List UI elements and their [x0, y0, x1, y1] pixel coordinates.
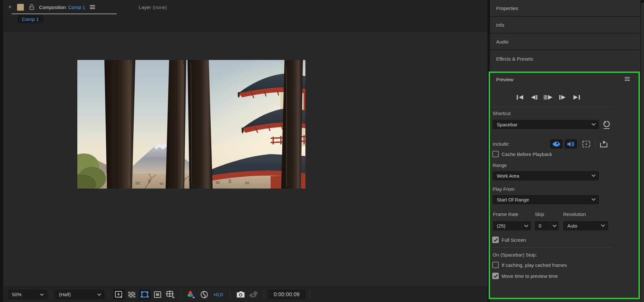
divider [493, 107, 612, 107]
play-from-dropdown[interactable]: Start Of Range [493, 195, 599, 204]
close-panel-icon[interactable]: × [8, 4, 11, 10]
play-on-device-icon[interactable] [598, 139, 610, 149]
preview-image [77, 60, 305, 189]
snapshot-icon[interactable] [235, 289, 246, 300]
preview-panel-title[interactable]: Preview [496, 77, 513, 82]
full-screen-checkbox[interactable]: Full Screen [492, 237, 526, 243]
include-audio-icon[interactable] [565, 139, 577, 149]
preview-panel-highlight: Preview [489, 72, 640, 299]
exposure-icon[interactable] [198, 289, 210, 300]
composition-panel: × Composition Comp 1 Layer [3, 0, 487, 302]
on-stop-label: On (Spacebar) Stop: [493, 252, 537, 258]
reset-shortcut-icon[interactable] [602, 120, 611, 130]
chevron-down-icon [591, 174, 596, 177]
checkbox-label: Full Screen [502, 237, 526, 243]
include-video-eye-icon[interactable] [550, 139, 562, 149]
chevron-down-icon [601, 224, 605, 227]
chevron-down-icon [591, 123, 596, 126]
resolution-dropdown-preview[interactable]: Auto [563, 221, 608, 230]
resolution-dropdown[interactable]: (Half) [55, 290, 104, 299]
panel-color-swatch [17, 4, 24, 11]
panel-tab-properties[interactable]: Properties [490, 0, 640, 17]
unlock-icon[interactable] [29, 4, 34, 10]
panel-tab-effects-presets[interactable]: Effects & Presets [490, 50, 640, 67]
separator [51, 290, 51, 299]
play-button[interactable] [543, 94, 553, 101]
composition-viewer[interactable] [3, 32, 487, 287]
skip-dropdown-button[interactable] [550, 221, 559, 230]
panel-tab-audio[interactable]: Audio [490, 34, 640, 50]
mask-visibility-icon[interactable] [139, 289, 150, 300]
right-dock: Properties Info Audio Effects & Presets … [490, 0, 640, 302]
transport-controls [515, 94, 582, 101]
separator [309, 290, 310, 299]
magnification-dropdown[interactable]: 50% [8, 290, 47, 299]
fast-previews-icon[interactable] [113, 289, 125, 300]
adjacent-panel-edge[interactable] [641, 3, 644, 302]
play-from-label: Play From [493, 186, 514, 192]
transparency-grid-icon[interactable] [126, 289, 138, 300]
comp-quick-tab[interactable]: Comp 1 [17, 15, 43, 23]
first-frame-button[interactable] [515, 94, 525, 101]
tab-composition-label[interactable]: Composition [39, 5, 66, 10]
next-frame-button[interactable] [558, 94, 567, 101]
divider [493, 247, 612, 248]
shortcut-label: Shortcut [493, 111, 511, 116]
frame-rate-label: Frame Rate [493, 211, 518, 217]
active-tab-underline [12, 14, 117, 14]
resolution-label: Resolution [563, 211, 586, 217]
tab-layer[interactable]: Layer (none) [139, 0, 167, 14]
chevron-down-icon [591, 198, 596, 201]
range-label: Range [493, 162, 507, 168]
separator [108, 290, 109, 299]
viewer-toolbar: 50% (Half) [3, 287, 487, 302]
grid-guides-icon[interactable] [165, 289, 176, 300]
after-effects-window: × Composition Comp 1 Layer [0, 0, 644, 302]
separator [595, 139, 595, 149]
frame-rate-dropdown-button[interactable] [521, 221, 531, 230]
viewer-tab-strip: × Composition Comp 1 Layer [3, 0, 487, 32]
channels-icon[interactable] [186, 289, 197, 300]
separator [181, 290, 181, 299]
separator [230, 290, 230, 299]
chevron-down-icon [97, 293, 101, 296]
skip-label: Skip [535, 211, 544, 217]
resolution-value: (Half) [59, 292, 71, 297]
include-overlays-icon[interactable] [580, 139, 592, 149]
skip-field[interactable]: 0 [535, 221, 550, 230]
magnification-value: 50% [12, 292, 22, 297]
checkbox-label: If caching, play cached frames [502, 262, 567, 268]
shortcut-value: Spacebar [497, 122, 517, 127]
region-of-interest-icon[interactable] [152, 289, 163, 300]
preview-panel: Preview [490, 73, 639, 298]
include-label: Include: [493, 141, 510, 147]
panel-tab-info[interactable]: Info [490, 17, 640, 34]
chevron-down-icon [40, 293, 44, 296]
resolution-value: Auto [567, 223, 577, 229]
shortcut-dropdown[interactable]: Spacebar [493, 120, 599, 129]
tab-layer-label: Layer [139, 5, 151, 10]
show-snapshot-icon[interactable] [248, 289, 259, 300]
range-dropdown[interactable]: Work Area [493, 171, 599, 180]
play-from-value: Start Of Range [497, 197, 529, 202]
if-caching-checkbox[interactable]: If caching, play cached frames [492, 262, 567, 268]
range-value: Work Area [497, 173, 519, 179]
preview-panel-menu-icon[interactable] [624, 77, 630, 81]
tab-composition-target[interactable]: Comp 1 [68, 5, 85, 10]
previous-frame-button[interactable] [529, 94, 539, 101]
move-time-checkbox[interactable]: Move time to preview time [492, 273, 558, 279]
cache-before-playback-checkbox[interactable]: Cache Before Playback [492, 151, 552, 157]
exposure-value[interactable]: +0,0 [213, 292, 223, 297]
separator [264, 290, 264, 299]
last-frame-button[interactable] [572, 94, 582, 101]
checkbox-label: Move time to preview time [502, 273, 558, 279]
tab-layer-target: (none) [153, 5, 167, 10]
timecode-display[interactable]: 0:00:00:09 [268, 290, 306, 299]
checkbox-label: Cache Before Playback [502, 151, 552, 157]
panel-menu-icon[interactable] [90, 5, 95, 9]
frame-rate-field[interactable]: (25) [493, 221, 521, 230]
